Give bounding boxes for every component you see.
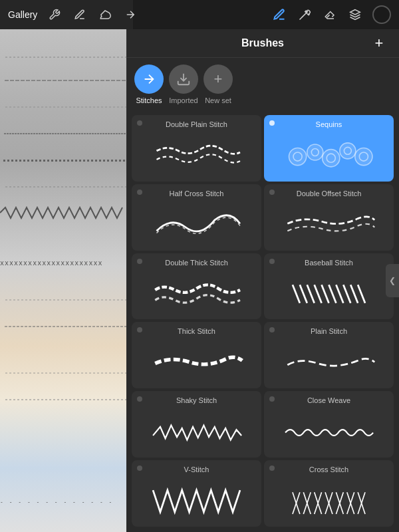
brush-preview <box>269 481 388 521</box>
brush-dot <box>137 327 142 332</box>
brush-baseball-stitch[interactable]: Baseball Stitch <box>264 253 394 320</box>
toolbar-right <box>271 5 391 24</box>
gallery-button[interactable]: Gallery <box>8 9 37 20</box>
tabs-row: Stitches Imported + New set <box>126 58 399 110</box>
tab-stitches[interactable]: Stitches <box>134 65 164 110</box>
svg-line-18 <box>315 285 322 303</box>
brush-name: Double Plain Stitch <box>166 120 227 128</box>
brush-v-stitch[interactable]: V-Stitch <box>132 460 261 527</box>
brush-preview <box>137 274 256 314</box>
layers-icon[interactable] <box>347 7 363 23</box>
brush-preview <box>269 412 388 452</box>
tab-new-set-label: New set <box>205 96 231 104</box>
svg-line-23 <box>350 285 358 303</box>
brush-dot <box>269 466 275 471</box>
wrench-icon[interactable] <box>47 7 63 23</box>
color-swatch[interactable] <box>372 5 391 24</box>
svg-line-19 <box>322 285 329 303</box>
brush-dot <box>269 190 275 195</box>
pencil-icon[interactable] <box>271 7 287 23</box>
brush-cross-stitch[interactable]: Cross Stitch <box>264 460 394 527</box>
brush-name: Double Thick Stitch <box>165 259 228 267</box>
brush-preview <box>137 205 256 245</box>
brush-preview <box>269 343 388 383</box>
brush-panel: Brushes + Stitches Imported + New set <box>126 29 399 532</box>
tab-new-set[interactable]: + New set <box>203 65 233 110</box>
tab-stitches-icon <box>134 65 164 94</box>
smudge-icon[interactable] <box>97 7 113 23</box>
brush-name: Close Weave <box>307 396 350 404</box>
brush-name: V-Stitch <box>184 466 209 473</box>
svg-line-20 <box>329 285 336 303</box>
brush-name: Baseball Stitch <box>305 259 353 267</box>
brush-preview <box>269 136 388 176</box>
brush-double-offset-stitch[interactable]: Double Offset Stitch <box>264 184 394 251</box>
brush-shaky-stitch[interactable]: Shaky Stitch <box>132 391 261 458</box>
brush-name: Shaky Stitch <box>176 396 217 404</box>
tab-imported[interactable]: Imported <box>169 65 198 110</box>
svg-line-22 <box>343 285 350 303</box>
brush-preview <box>137 136 256 176</box>
panel-title: Brushes <box>241 37 284 49</box>
brush-name: Sequins <box>316 120 342 128</box>
brush-dot <box>137 190 142 195</box>
brush-double-thick-stitch[interactable]: Double Thick Stitch <box>132 253 261 320</box>
svg-line-15 <box>293 285 300 303</box>
brush-dot <box>137 396 142 402</box>
brush-name: Thick Stitch <box>178 327 215 335</box>
brush-thick-stitch[interactable]: Thick Stitch <box>132 322 261 388</box>
brush-grid: Double Plain Stitch Sequins <box>126 110 399 532</box>
toolbar-left: Gallery <box>8 7 261 23</box>
brush-preview <box>137 412 256 452</box>
svg-line-17 <box>307 285 315 303</box>
canvas-strokes: xxxxxxxxxxxxxxxxxxxxxx - - - - - - - - -… <box>0 0 133 532</box>
brush-name: Half Cross Stitch <box>170 190 224 198</box>
brush-dot <box>269 120 275 126</box>
brush-half-cross-stitch[interactable]: Half Cross Stitch <box>132 184 261 251</box>
tab-new-set-icon: + <box>203 65 233 94</box>
brush-dot <box>269 327 275 332</box>
brush-sequins[interactable]: Sequins <box>264 115 394 182</box>
svg-line-16 <box>300 285 307 303</box>
panel-header: Brushes + <box>126 29 399 58</box>
brush-close-weave[interactable]: Close Weave <box>264 391 394 458</box>
tab-stitches-label: Stitches <box>136 96 162 104</box>
svg-line-21 <box>336 285 343 303</box>
tab-imported-icon <box>169 65 198 94</box>
brush-preview <box>269 274 388 314</box>
brush-dot <box>137 259 142 264</box>
brush-preview <box>137 481 256 521</box>
brush-dot <box>137 466 142 471</box>
brush-plain-stitch[interactable]: Plain Stitch <box>264 322 394 388</box>
brush-dot <box>269 259 275 264</box>
brush-dot <box>269 396 275 402</box>
brush-preview <box>269 205 388 245</box>
brush-name: Plain Stitch <box>311 327 347 335</box>
toolbar: Gallery <box>0 0 399 29</box>
brush-double-plain-stitch[interactable]: Double Plain Stitch <box>132 115 261 182</box>
svg-line-24 <box>358 285 365 303</box>
arrow-icon[interactable] <box>122 7 138 23</box>
brush-name: Cross Stitch <box>309 466 348 473</box>
brush-name: Double Offset Stitch <box>297 190 362 198</box>
eyedropper-icon[interactable] <box>297 7 313 23</box>
add-brush-button[interactable]: + <box>370 34 388 53</box>
eraser-icon[interactable] <box>322 7 338 23</box>
brush-dot <box>137 120 142 126</box>
collapse-panel-button[interactable]: ❮ <box>386 264 399 297</box>
tab-imported-label: Imported <box>169 96 198 104</box>
modify-icon[interactable] <box>72 7 88 23</box>
brush-preview <box>137 343 256 383</box>
